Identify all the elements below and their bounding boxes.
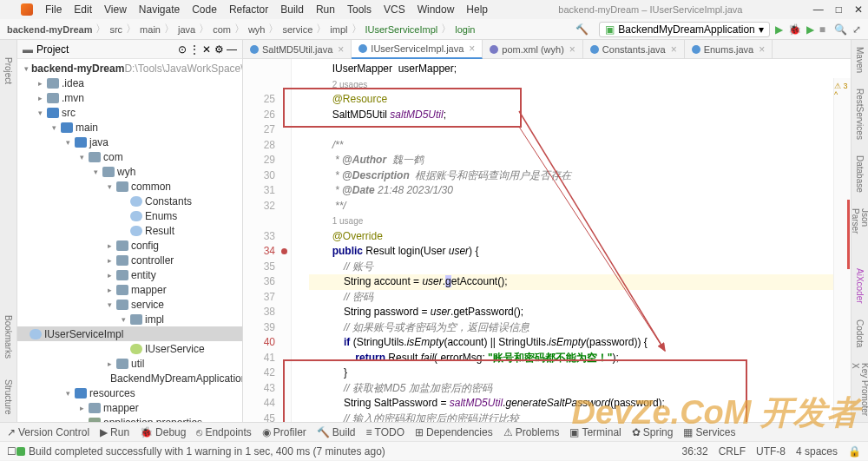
menu-help[interactable]: Help xyxy=(461,2,493,17)
tree-node-application-properties[interactable]: application.properties xyxy=(17,415,242,422)
tab-pom-xml-wyh-[interactable]: pom.xml (wyh)× xyxy=(483,40,583,59)
rail-json[interactable]: Json Parser xyxy=(851,208,869,253)
bb-todo[interactable]: ≡ TODO xyxy=(366,426,404,438)
search-icon[interactable]: 🔍 xyxy=(834,23,847,36)
code-body[interactable]: IUserMapper userMapper; 2 usages @Resour… xyxy=(292,59,851,422)
tree-node-service[interactable]: ▾service xyxy=(17,297,242,312)
tab-constants-java[interactable]: Constants.java× xyxy=(583,40,685,59)
tree-node-resources[interactable]: ▾resources xyxy=(17,385,242,400)
menu-run[interactable]: Run xyxy=(311,2,340,17)
bb-vcs[interactable]: ↗ Version Control xyxy=(7,426,89,438)
run-config-dropdown[interactable]: ▣BackendMyDreamApplication▾ xyxy=(599,22,769,37)
status-enc[interactable]: UTF-8 xyxy=(756,445,786,458)
menu-refactor[interactable]: Refactor xyxy=(224,2,273,17)
rail-database[interactable]: Database xyxy=(855,155,865,193)
crumb-6[interactable]: service xyxy=(282,24,312,35)
minimize-button[interactable]: — xyxy=(808,2,829,17)
rail-keypromoter[interactable]: Key Promoter X xyxy=(851,363,869,422)
status-eol[interactable]: CRLF xyxy=(719,445,746,458)
rail-bookmarks[interactable]: Bookmarks xyxy=(3,315,13,359)
status-lock-icon[interactable]: 🔒 xyxy=(848,445,861,458)
tree-node-config[interactable]: ▸config xyxy=(17,238,242,253)
tree-node-java[interactable]: ▾java xyxy=(17,135,242,149)
tab-enums-java[interactable]: Enums.java× xyxy=(685,40,773,59)
crumb-3[interactable]: java xyxy=(178,24,195,35)
tree-node-entity[interactable]: ▸entity xyxy=(17,267,242,282)
menu-vcs[interactable]: VCS xyxy=(378,2,411,17)
rail-structure[interactable]: Structure xyxy=(3,379,13,415)
crumb-4[interactable]: com xyxy=(213,24,231,35)
highlight-box-1 xyxy=(283,88,522,128)
minimap[interactable]: ⚠ 3 ^ xyxy=(833,78,851,422)
tree-root[interactable]: ▾backend-myDream D:\Tools\JavaWorkSpace\… xyxy=(17,61,242,76)
status-indent[interactable]: 4 spaces xyxy=(796,445,838,458)
tree-node-common[interactable]: ▾common xyxy=(17,179,242,194)
bb-terminal[interactable]: ▣ Terminal xyxy=(569,426,621,438)
tree-node-impl[interactable]: ▾impl xyxy=(17,312,242,326)
rail-aixcoder[interactable]: AiXcoder xyxy=(855,268,865,304)
rail-project[interactable]: Project xyxy=(3,57,13,84)
bb-profiler[interactable]: ◉ Profiler xyxy=(262,426,306,438)
tree-node-result[interactable]: Result xyxy=(17,223,242,238)
tree-node-controller[interactable]: ▸controller xyxy=(17,253,242,267)
bb-services[interactable]: ▦ Services xyxy=(683,426,735,438)
tree-node-iuserservice[interactable]: IUserService xyxy=(17,341,242,356)
bb-deps[interactable]: ⊞ Dependencies xyxy=(415,426,493,438)
bb-endpoints[interactable]: ⎋ Endpoints xyxy=(196,426,251,438)
menu-build[interactable]: Build xyxy=(275,2,309,17)
more-icon[interactable]: ⤢ xyxy=(852,23,861,36)
tab-iuserserviceimpl-java[interactable]: IUserServiceImpl.java× xyxy=(352,40,483,59)
menu-code[interactable]: Code xyxy=(187,2,222,17)
tree-node-backendmydreamapplication[interactable]: BackendMyDreamApplication xyxy=(17,371,242,385)
build-icon[interactable]: 🔨 xyxy=(575,23,589,36)
close-button[interactable]: ✕ xyxy=(849,2,868,17)
crumb-2[interactable]: main xyxy=(140,24,161,35)
highlight-box-2 xyxy=(283,359,747,422)
menu-tools[interactable]: Tools xyxy=(342,2,377,17)
tree-node-com[interactable]: ▾com xyxy=(17,149,242,164)
crumb-1[interactable]: src xyxy=(109,24,122,35)
play-alt-button[interactable]: ▶ xyxy=(806,23,814,36)
tree-node-constants[interactable]: Constants xyxy=(17,194,242,208)
tree-node-wyh[interactable]: ▾wyh xyxy=(17,164,242,179)
bb-problems[interactable]: ⚠ Problems xyxy=(503,426,560,438)
build-ok-icon xyxy=(16,447,25,456)
bb-spring[interactable]: ✿ Spring xyxy=(632,426,674,438)
menu-file[interactable]: File xyxy=(40,2,67,17)
menu-edit[interactable]: Edit xyxy=(69,2,97,17)
run-button[interactable]: ▶ xyxy=(775,23,783,36)
status-indicator-icon: ☐ xyxy=(7,445,16,458)
tree-node-src[interactable]: ▾src xyxy=(17,105,242,120)
tree-node-mapper[interactable]: ▸mapper xyxy=(17,400,242,415)
debug-button[interactable]: 🐞 xyxy=(788,23,801,36)
crumb-7[interactable]: impl xyxy=(330,24,347,35)
menu-window[interactable]: Window xyxy=(412,2,460,17)
tree-node-enums[interactable]: Enums xyxy=(17,208,242,223)
tab-saltmd5util-java[interactable]: SaltMD5Util.java× xyxy=(243,40,352,59)
project-tree[interactable]: ▾backend-myDream D:\Tools\JavaWorkSpace\… xyxy=(17,59,242,422)
status-pos[interactable]: 36:32 xyxy=(682,445,708,458)
crumb-9[interactable]: login xyxy=(455,24,475,35)
bb-run[interactable]: ▶ Run xyxy=(100,426,129,438)
menu-view[interactable]: View xyxy=(99,2,132,17)
bb-build[interactable]: 🔨 Build xyxy=(317,426,356,438)
crumb-5[interactable]: wyh xyxy=(248,24,266,35)
tree-node-util[interactable]: ▸util xyxy=(17,356,242,371)
crumb-root[interactable]: backend-myDream xyxy=(7,24,92,35)
rail-maven[interactable]: Maven xyxy=(855,47,865,73)
maximize-button[interactable]: □ xyxy=(831,2,847,17)
menu-navigate[interactable]: Navigate xyxy=(134,2,185,17)
warnings-badge[interactable]: ⚠ 3 ^ xyxy=(834,82,849,99)
rail-rest[interactable]: RestServices xyxy=(855,89,865,140)
bb-debug[interactable]: 🐞 Debug xyxy=(140,426,186,438)
stop-button[interactable]: ■ xyxy=(819,23,825,36)
tree-node--mvn[interactable]: ▸.mvn xyxy=(17,90,242,105)
crumb-8[interactable]: IUserServiceImpl xyxy=(365,24,438,35)
tree-node-iuserserviceimpl[interactable]: IUserServiceImpl xyxy=(17,326,242,341)
tree-node-mapper[interactable]: ▸mapper xyxy=(17,282,242,297)
project-header[interactable]: ▬Project⊙ ⋮ ✕ ⚙ — xyxy=(17,40,242,59)
tree-node-main[interactable]: ▾main xyxy=(17,120,242,135)
tree-node--idea[interactable]: ▸.idea xyxy=(17,76,242,90)
rail-codota[interactable]: Codota xyxy=(855,319,865,347)
bottom-toolbar: ↗ Version Control ▶ Run 🐞 Debug ⎋ Endpoi… xyxy=(0,422,868,441)
